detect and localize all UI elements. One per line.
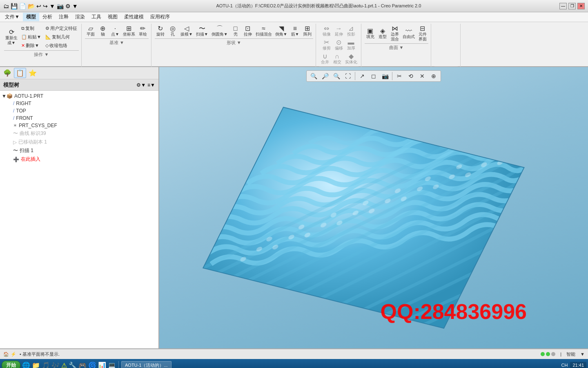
btn-copy[interactable]: ⧉ 复制 — [20, 25, 43, 32]
taskbar-icon-app4[interactable]: 📊 — [98, 361, 106, 368]
vp-zoom-fit[interactable]: 🔍 — [308, 72, 319, 81]
new-icon[interactable]: 📄 — [19, 3, 26, 9]
menu-model[interactable]: 模型 — [23, 13, 39, 21]
tree-item[interactable]: ▼📦AOTU-1.PRT — [0, 92, 158, 100]
options-icon[interactable]: ▼ — [49, 3, 55, 9]
viewport[interactable]: 🔍 🔎 🔍 ⛶ ↗ ◻ 📷 ✂ ⟲ ✕ ⊕ — [159, 67, 588, 348]
status-dropdown[interactable]: ▼ — [580, 352, 585, 357]
vp-spin[interactable]: ⟲ — [405, 72, 416, 81]
taskbar-icon-media[interactable]: 🎵 — [42, 361, 50, 368]
btn-component-interface[interactable]: ⊟ 元件界面 — [417, 25, 428, 43]
tree-item[interactable]: /FRONT — [0, 114, 158, 122]
vp-zoom-in[interactable]: 🔎 — [320, 72, 330, 81]
btn-csys[interactable]: ⊞ 坐标系 — [122, 25, 136, 38]
window-controls[interactable]: — ❐ ✕ — [559, 3, 585, 9]
btn-chamfer[interactable]: ◥ 倒角▼ — [274, 25, 289, 38]
vp-section[interactable]: ✂ — [394, 72, 405, 81]
btn-project[interactable]: ⊿ 投影 — [345, 25, 357, 38]
btn-rib[interactable]: ≡ 筋▼ — [290, 25, 301, 38]
menu-view[interactable]: 视图 — [105, 13, 121, 21]
tree-item[interactable]: ➕在此插入 — [0, 155, 158, 164]
vp-zoom-area[interactable]: ⛶ — [343, 72, 353, 81]
vp-close[interactable]: ✕ — [417, 72, 428, 81]
panel-tab-star[interactable]: ⭐ — [27, 68, 38, 78]
status-icon-1[interactable]: 🏠 — [3, 352, 9, 357]
taskbar-icon-warning[interactable]: ⚠ — [61, 361, 67, 368]
btn-axis[interactable]: ⊕ 轴 — [97, 25, 109, 38]
taskbar-lang[interactable]: CH — [561, 363, 568, 368]
btn-fill[interactable]: ▣ 填充 — [365, 27, 376, 40]
more-icon[interactable]: ▼ — [72, 3, 78, 9]
menu-apps[interactable]: 应用程序 — [147, 13, 173, 21]
btn-offset[interactable]: ⊙ 偏移 — [333, 38, 345, 52]
btn-point[interactable]: · 点▼ — [109, 25, 121, 38]
btn-intersect[interactable]: ∩ 相交 — [332, 52, 343, 65]
btn-plane[interactable]: ▱ 平面 — [85, 25, 96, 38]
btn-mirror[interactable]: ⇔ 镜像 — [321, 25, 332, 38]
taskbar-icon-folder[interactable]: 📁 — [32, 361, 40, 368]
btn-swept-blend[interactable]: ≈ 扫描混合 — [254, 25, 273, 38]
panel-tab-tree[interactable]: 🌳 — [2, 68, 13, 78]
btn-sweep[interactable]: 〜 扫描▼ — [195, 25, 209, 38]
btn-revolve[interactable]: ↻ 旋转 — [155, 25, 166, 38]
tree-item[interactable]: /TOP — [0, 107, 158, 114]
vp-zoom-out[interactable]: 🔍 — [331, 72, 342, 81]
start-button[interactable]: 开始 — [2, 361, 20, 368]
btn-paste[interactable]: 📋 粘贴▼ — [20, 33, 43, 41]
tree-item[interactable]: 〜曲线 标识39 — [0, 129, 158, 138]
tree-item[interactable]: 〜扫描 1 — [0, 146, 158, 155]
vp-orient[interactable]: ↗ — [357, 72, 368, 81]
taskbar-icon-ie[interactable]: 🌐 — [22, 361, 30, 368]
btn-freestyle[interactable]: 〰 自由式 — [401, 27, 416, 40]
btn-regenerate[interactable]: ⟳ 重新生成▼ — [4, 28, 19, 46]
taskbar-icon-app5[interactable]: 💻 — [108, 361, 116, 368]
tree-item[interactable]: /RIGHT — [0, 100, 158, 107]
undo-icon[interactable]: ↩ — [36, 3, 41, 9]
btn-thicken[interactable]: ▬ 加厚 — [345, 38, 357, 52]
menu-tools[interactable]: 工具 — [88, 13, 105, 21]
tree-item[interactable]: ✶PRT_CSYS_DEF — [0, 122, 158, 129]
btn-hole[interactable]: ◎ 孔 — [167, 25, 178, 38]
tree-settings-icon[interactable]: ⚙▼ — [136, 82, 146, 88]
btn-sketch[interactable]: ✏ 草绘 — [137, 25, 149, 38]
btn-round[interactable]: ⌒ 倒圆角▼ — [210, 25, 229, 38]
btn-copy-geo[interactable]: 📐 复制几何 — [44, 33, 79, 41]
btn-shrink-wrap[interactable]: ◇ 收缩包络 — [44, 42, 79, 49]
panel-tab-active[interactable]: 📋 — [14, 68, 26, 78]
tree-expand-icon[interactable]: ▼ — [2, 93, 7, 99]
btn-user-feature[interactable]: ⚙ 用户定义特征 — [44, 25, 79, 32]
btn-merge[interactable]: ∪ 合并 — [319, 52, 331, 65]
redo-icon[interactable]: ↪ — [43, 3, 48, 9]
taskbar-icon-app3[interactable]: 🌀 — [88, 361, 96, 368]
settings-icon[interactable]: ⚙ — [65, 3, 71, 9]
close-button[interactable]: ✕ — [577, 3, 585, 9]
menu-flex-model[interactable]: 柔性建模 — [121, 13, 147, 21]
vp-extra[interactable]: ⊕ — [428, 72, 439, 81]
tree-item[interactable]: ▷已移动副本 1 — [0, 138, 158, 146]
taskbar-icon-app1[interactable]: 🔧 — [69, 361, 77, 368]
open-icon[interactable]: 📂 — [28, 3, 35, 9]
btn-pattern[interactable]: ⊞ 阵列 — [302, 25, 313, 38]
btn-solidify[interactable]: ◆ 实体化 — [344, 52, 359, 65]
btn-extrude[interactable]: ⊡ 拉伸 — [242, 25, 254, 38]
tree-options-icon[interactable]: ≡▼ — [147, 82, 155, 88]
menu-render[interactable]: 渲染 — [72, 13, 88, 21]
menu-annotation[interactable]: 注释 — [56, 13, 72, 21]
taskbar-app-creo[interactable]: AOTU-1（活动的）... — [121, 361, 172, 368]
btn-delete[interactable]: ✕ 删除▼ — [20, 42, 43, 49]
vp-display[interactable]: 📷 — [380, 72, 390, 81]
save-icon[interactable]: 💾 — [11, 3, 18, 9]
btn-draft[interactable]: ◁ 拔模▼ — [179, 25, 194, 38]
btn-extend[interactable]: → 延伸 — [333, 25, 345, 38]
vp-box[interactable]: ◻ — [368, 72, 379, 81]
btn-style[interactable]: ◈ 造型 — [377, 27, 388, 40]
menu-analysis[interactable]: 分析 — [39, 13, 56, 21]
btn-trim[interactable]: ✂ 修剪 — [321, 38, 332, 52]
taskbar-icon-app2[interactable]: 🎮 — [78, 361, 87, 368]
screenshot-icon[interactable]: 📷 — [57, 3, 64, 9]
status-icon-2[interactable]: ⚡ — [11, 352, 16, 357]
taskbar-icon-qqmusic[interactable]: 🎶 — [51, 361, 60, 368]
menu-file[interactable]: 文件▼ — [2, 13, 23, 21]
minimize-button[interactable]: — — [559, 3, 567, 9]
btn-boundary-blend[interactable]: ⋈ 边界混合 — [389, 25, 401, 43]
